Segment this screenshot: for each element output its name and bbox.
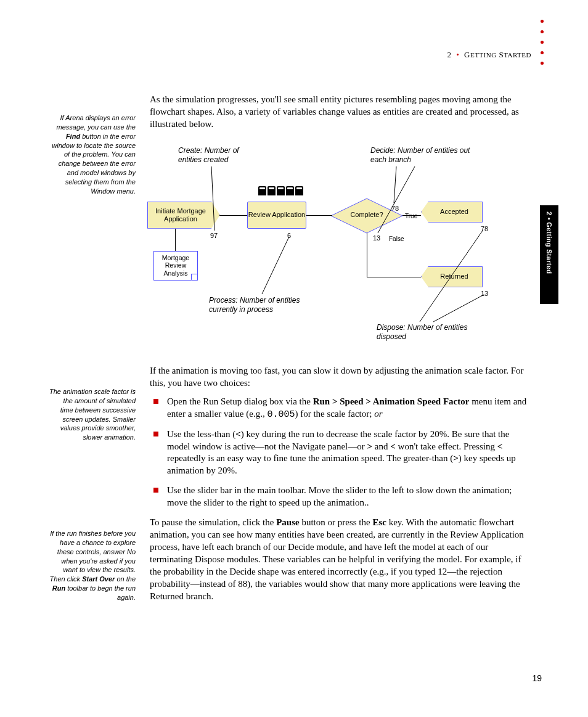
callout-dispose: Dispose: Number of entities disposed xyxy=(377,323,475,342)
list-item: Use the slider bar in the main toolbar. … xyxy=(150,485,532,509)
shape-review: Review Application xyxy=(247,202,306,229)
label-true: True xyxy=(405,213,417,219)
num-create: 97 xyxy=(210,232,218,239)
page-number: 19 xyxy=(532,673,542,683)
svg-line-5 xyxy=(262,237,289,294)
callout-create: Create: Number of entities created xyxy=(178,146,258,165)
svg-line-7 xyxy=(433,295,484,322)
chapter-title: GETTING STARTED xyxy=(464,50,531,59)
callout-process: Process: Number of entities currently in… xyxy=(209,296,326,314)
shape-complete: Complete? xyxy=(330,197,404,234)
margin-note-1: If Arena displays an error message, you … xyxy=(49,113,136,196)
side-tab: 2 • Getting Started xyxy=(540,205,558,304)
callout-lines xyxy=(150,143,532,346)
num-process: 6 xyxy=(287,232,291,239)
paragraph-scale: If the animation is moving too fast, you… xyxy=(150,365,532,390)
list-item: Use the less-than (<) key during the run… xyxy=(150,428,532,478)
margin-note-2: The animation scale factor is the amount… xyxy=(49,387,136,442)
margin-note-3: If the run finishes before you have a ch… xyxy=(49,529,136,602)
paragraph-pause: To pause the simulation, click the Pause… xyxy=(150,517,532,603)
shape-returned: Returned xyxy=(421,266,483,287)
running-header: 2 • GETTING STARTED xyxy=(447,50,532,60)
label-false: False xyxy=(389,236,404,242)
shape-initiate: Initiate Mortgage Application xyxy=(147,202,220,229)
num-returned: 13 xyxy=(481,290,488,297)
callout-decide: Decide: Number of entities out each bran… xyxy=(370,146,475,165)
main-content: As the simulation progresses, you'll see… xyxy=(150,94,532,607)
paragraph-intro: As the simulation progresses, you'll see… xyxy=(150,94,532,131)
chapter-number: 2 xyxy=(447,50,452,59)
entity-icons xyxy=(258,186,303,195)
bullet-list: Open the Run Setup dialog box via the Ru… xyxy=(150,396,532,510)
header-dots xyxy=(541,20,544,65)
num-accepted: 78 xyxy=(481,225,488,232)
num-true: 78 xyxy=(391,205,399,212)
svg-line-2 xyxy=(273,162,288,183)
bullet-icon: • xyxy=(456,50,459,59)
shape-accepted: Accepted xyxy=(421,202,483,223)
list-item: Open the Run Setup dialog box via the Ru… xyxy=(150,396,532,421)
flowchart-diagram: Create: Number of entities created Decid… xyxy=(150,143,532,346)
num-false: 13 xyxy=(373,234,380,242)
note-mortgage: Mortgage Review Analysis xyxy=(153,251,198,281)
